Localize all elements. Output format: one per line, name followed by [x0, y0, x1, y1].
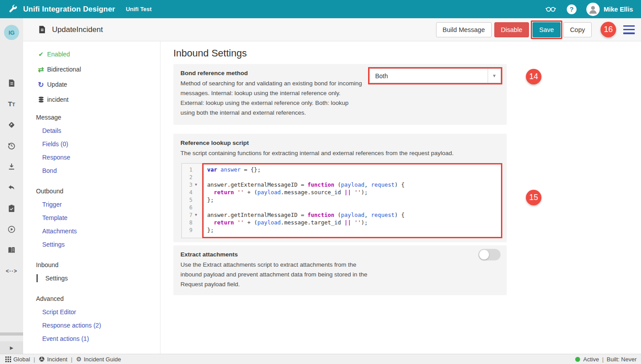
reference-lookup-label: Reference lookup script: [180, 140, 500, 146]
copy-button[interactable]: Copy: [563, 22, 592, 37]
nav-outbound-attachments[interactable]: Attachments: [23, 224, 160, 238]
nav-advanced-script-editor[interactable]: Script Editor: [23, 305, 160, 319]
glasses-icon[interactable]: [545, 3, 557, 16]
bond-reference-card: Bond reference method Method of searchin…: [173, 64, 507, 125]
reply-icon[interactable]: [0, 177, 23, 198]
reference-lookup-description: The script containing functions for extr…: [180, 148, 500, 158]
status-bar: Global | Incident | ⚙ Incident Guide Act…: [0, 354, 641, 364]
nav-section-advanced: Advanced: [23, 292, 160, 305]
tasks-icon[interactable]: [0, 198, 23, 219]
nav-message-bond[interactable]: Bond: [23, 164, 160, 177]
refresh-icon: ↻: [36, 80, 46, 89]
hamburger-menu-icon[interactable]: [623, 25, 635, 34]
grid-icon: [5, 356, 11, 362]
database-icon: [36, 96, 46, 103]
user-menu[interactable]: Mike Ellis: [586, 3, 633, 16]
extract-attachments-card: Extract attachments Use the Extract atta…: [173, 245, 507, 295]
extract-attachments-description: Use the Extract attachments script to ex…: [180, 260, 373, 289]
user-name: Mike Ellis: [604, 6, 633, 13]
built-status: Built: Never: [607, 356, 637, 363]
help-icon[interactable]: ?: [567, 4, 577, 14]
active-status-dot: [575, 357, 580, 362]
nav-outbound-template[interactable]: Template: [23, 211, 160, 224]
bond-reference-description: Method of searching for and validating a…: [180, 79, 364, 118]
check-icon: ✔: [36, 51, 46, 58]
top-app-bar: Unifi Integration Designer Unifi Test ? …: [0, 0, 641, 18]
extract-attachments-label: Extract attachments: [180, 251, 500, 258]
nav-enabled[interactable]: ✔ Enabled: [23, 47, 160, 62]
code-icon[interactable]: <··>: [0, 260, 23, 281]
reference-lookup-card: Reference lookup script The script conta…: [173, 134, 507, 242]
callout-box-bond-select: Both ▼: [368, 67, 502, 84]
save-button[interactable]: Save: [533, 22, 561, 37]
active-status: Active: [583, 356, 599, 363]
bond-reference-value: Both: [370, 69, 488, 83]
selected-indicator: [36, 274, 38, 282]
message-document-icon: [37, 25, 47, 34]
callout-badge-16: 16: [601, 22, 616, 37]
nav-bidirectional[interactable]: ⇄ Bidirectional: [23, 62, 160, 77]
app-title: Unifi Integration Designer: [23, 5, 115, 13]
download-icon[interactable]: [0, 156, 23, 177]
nav-outbound-settings[interactable]: Settings: [23, 238, 160, 251]
main-content: Inbound Settings Bond reference method M…: [160, 41, 641, 354]
gear-icon: ⚙: [76, 356, 82, 362]
callout-box-save: Save: [531, 20, 562, 39]
nav-section-outbound: Outbound: [23, 184, 160, 198]
nav-outbound-trigger[interactable]: Trigger: [23, 198, 160, 211]
nav-message-details[interactable]: Details: [23, 124, 160, 137]
messages-icon[interactable]: [0, 72, 23, 93]
application-icon: [39, 356, 45, 362]
wrench-icon: [7, 4, 19, 15]
deploy-icon[interactable]: [0, 114, 23, 135]
callout-badge-15: 15: [526, 190, 541, 205]
section-title: Inbound Settings: [173, 48, 247, 59]
nav-advanced-event-actions[interactable]: Event actions (1): [23, 332, 160, 345]
bidirectional-arrows-icon: ⇄: [36, 65, 46, 74]
bond-reference-select[interactable]: Both ▼: [369, 68, 501, 83]
environment-name[interactable]: Unifi Test: [126, 6, 152, 12]
integration-item[interactable]: ⚙ Incident Guide: [76, 356, 121, 363]
user-avatar-icon: [586, 3, 600, 16]
rail-expand-arrow[interactable]: ▶: [0, 341, 23, 354]
nav-section-message: Message: [23, 111, 160, 124]
message-nav-panel: ✔ Enabled ⇄ Bidirectional ↻ Update incid…: [23, 41, 160, 354]
nav-inbound-settings[interactable]: Settings: [23, 272, 160, 285]
scope-item[interactable]: Global: [5, 356, 30, 363]
run-icon[interactable]: [0, 219, 23, 240]
integration-avatar[interactable]: IG: [4, 25, 19, 40]
integration-header: UpdateIncident Build Message Disable Sav…: [23, 18, 641, 41]
build-message-button[interactable]: Build Message: [436, 22, 492, 37]
nav-message-fields[interactable]: Fields (0): [23, 137, 160, 151]
editor-gutter: 123▼4567▼89: [182, 164, 202, 238]
nav-update[interactable]: ↻ Update: [23, 77, 160, 92]
fields-text-icon[interactable]: TT: [0, 93, 23, 114]
nav-message-response[interactable]: Response: [23, 151, 160, 164]
nav-advanced-response-actions[interactable]: Response actions (2): [23, 319, 160, 332]
page-title: UpdateIncident: [52, 25, 103, 34]
toggle-knob: [479, 250, 489, 260]
disable-button[interactable]: Disable: [494, 22, 529, 37]
app-item[interactable]: Incident: [39, 356, 68, 363]
editor-code[interactable]: var answer = {}; answer.getExternalMessa…: [202, 163, 502, 238]
documentation-icon[interactable]: [0, 240, 23, 260]
icon-rail: IG TT <··> ▶: [0, 18, 23, 354]
history-icon[interactable]: [0, 135, 23, 156]
script-editor[interactable]: 123▼4567▼89 var answer = {}; answer.getE…: [181, 163, 502, 238]
chevron-down-icon[interactable]: ▼: [488, 69, 501, 83]
nav-section-inbound: Inbound: [23, 258, 160, 272]
callout-badge-14: 14: [526, 69, 541, 84]
extract-attachments-toggle[interactable]: [478, 249, 501, 260]
horizontal-scrollbar-thumb[interactable]: [0, 332, 24, 336]
nav-incident[interactable]: incident: [23, 92, 160, 107]
